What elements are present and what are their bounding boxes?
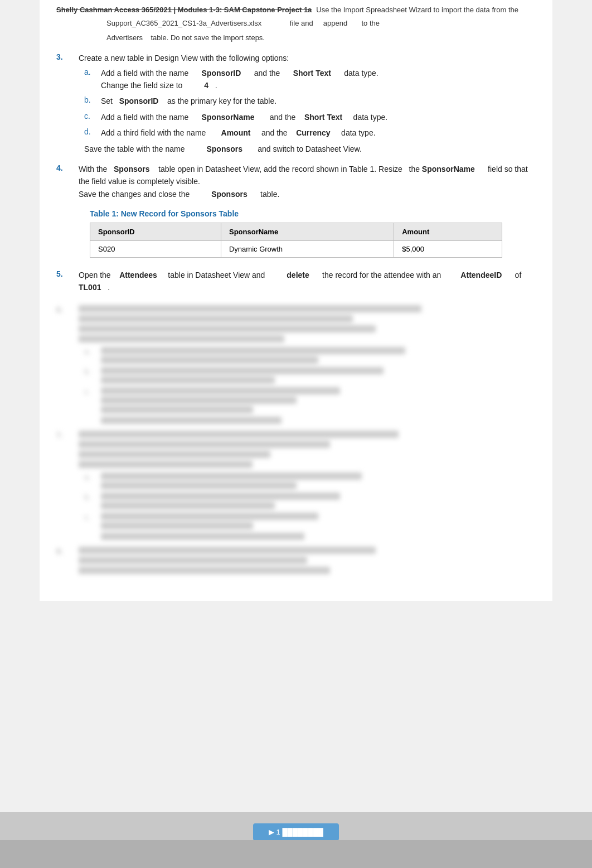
step-3: 3. Create a new table in Design View wit…	[56, 52, 536, 155]
table-1-title: Table 1: New Record for Sponsors Table	[90, 209, 536, 218]
col-header-amount: Amount	[394, 223, 502, 241]
cell-sponsorname: Dynamic Growth	[221, 241, 394, 258]
sponsors-table: SponsorID SponsorName Amount S020 Dynami…	[90, 223, 502, 258]
col-header-sponsorid: SponsorID	[90, 223, 221, 241]
file-label: file and	[290, 19, 313, 27]
step-3a: a. Add a field with the name SponsorID a…	[84, 67, 536, 92]
append-label: append	[323, 19, 347, 27]
intro-text: Use the Import Spreadsheet Wizard to imp…	[316, 6, 518, 14]
cell-sponsorid: S020	[90, 241, 221, 258]
step-3a-content: Add a field with the name SponsorID and …	[101, 67, 536, 92]
next-button[interactable]: ▶ 1 ████████	[253, 823, 339, 841]
step-3-substeps: a. Add a field with the name SponsorID a…	[84, 67, 536, 139]
step-3-content: Create a new table in Design View with t…	[79, 52, 536, 64]
footer-area: ▶ 1 ████████	[0, 812, 592, 868]
step-3c-letter: c.	[84, 111, 101, 120]
step-3b-content: Set SponsorID as the primary key for the…	[101, 95, 536, 107]
step-3b: b. Set SponsorID as the primary key for …	[84, 95, 536, 107]
blurred-content: 6. a. b.	[56, 305, 536, 574]
step-3c-content: Add a field with the name SponsorName an…	[101, 111, 536, 123]
step-3a-letter: a.	[84, 67, 101, 76]
step-3d: d. Add a third field with the name Amoun…	[84, 127, 536, 139]
cell-amount: $5,000	[394, 241, 502, 258]
page-title: Shelly Cashman Access 365/2021 | Modules…	[56, 6, 312, 14]
col-header-sponsorname: SponsorName	[221, 223, 394, 241]
step-3c: c. Add a field with the name SponsorName…	[84, 111, 536, 123]
step-3-save-line: Save the table with the name Sponsors an…	[84, 143, 536, 155]
step-5: 5. Open the Attendees table in Datasheet…	[56, 269, 536, 294]
step-3-num: 3.	[56, 52, 79, 61]
step-4-num: 4.	[56, 163, 79, 172]
do-not-save: table. Do not save the import steps.	[151, 33, 265, 42]
step-4: 4. With the Sponsors table open in Datas…	[56, 163, 536, 200]
step-3d-content: Add a third field with the name Amount a…	[101, 127, 536, 139]
step-4-content: With the Sponsors table open in Datashee…	[79, 163, 536, 200]
table-advertisers: Advertisers	[106, 33, 143, 42]
step-5-content: Open the Attendees table in Datasheet Vi…	[79, 269, 536, 294]
file-name: Support_AC365_2021_CS1-3a_Advertisers.xl…	[106, 19, 261, 27]
step-3d-letter: d.	[84, 127, 101, 136]
to-the-label: to the	[361, 19, 380, 27]
table-row: S020 Dynamic Growth $5,000	[90, 241, 502, 258]
step-3b-letter: b.	[84, 95, 101, 104]
step-5-num: 5.	[56, 269, 79, 278]
